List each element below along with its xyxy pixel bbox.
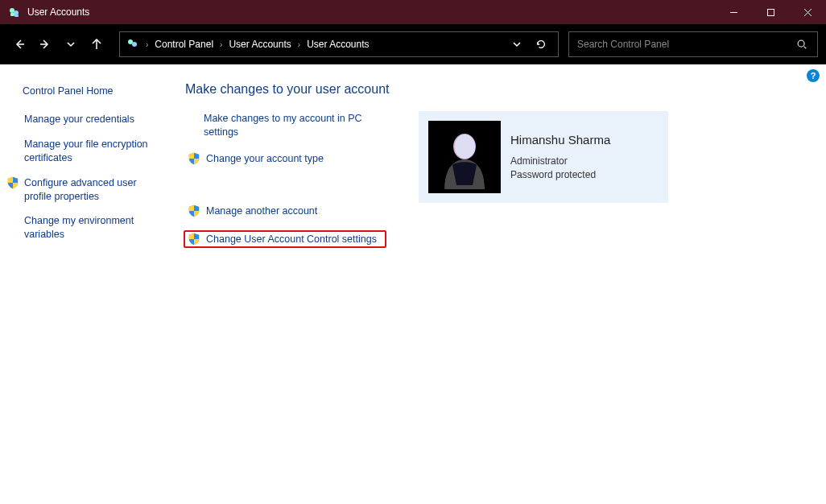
task-label: Change your account type — [206, 152, 324, 166]
forward-button[interactable] — [34, 31, 56, 57]
user-status: Password protected — [510, 168, 610, 182]
recent-dropdown[interactable] — [60, 31, 82, 57]
sidebar-item-profile-properties[interactable]: Configure advanced user profile properti… — [23, 176, 158, 204]
svg-point-0 — [10, 8, 14, 13]
shield-icon — [6, 176, 19, 204]
sidebar-item-label: Manage your file encryption certificates — [24, 138, 158, 165]
svg-point-11 — [128, 39, 133, 44]
sidebar-item-encryption[interactable]: Manage your file encryption certificates — [23, 138, 158, 165]
chevron-right-icon[interactable]: › — [142, 40, 151, 49]
search-box[interactable] — [568, 31, 818, 57]
shield-icon — [188, 204, 200, 217]
svg-rect-5 — [767, 9, 774, 15]
search-icon[interactable] — [795, 39, 809, 50]
svg-rect-2 — [10, 13, 14, 16]
shield-icon — [188, 233, 200, 246]
svg-rect-3 — [14, 14, 19, 17]
task-label: Manage another account — [206, 204, 317, 218]
task-change-account-type[interactable]: Change your account type — [185, 151, 386, 167]
sidebar: Control Panel Home Manage your credentia… — [0, 64, 169, 504]
sidebar-item-label: Configure advanced user profile properti… — [24, 176, 158, 204]
sidebar-item-credentials[interactable]: Manage your credentials — [23, 113, 158, 126]
app-icon — [8, 6, 21, 19]
address-dropdown[interactable] — [506, 34, 527, 55]
user-role: Administrator — [510, 155, 610, 168]
control-panel-home-link[interactable]: Control Panel Home — [23, 85, 158, 97]
content-area: ? Control Panel Home Manage your credent… — [0, 64, 826, 504]
task-pc-settings[interactable]: Make changes to my account in PC setting… — [185, 111, 386, 140]
user-info: Himanshu Sharma Administrator Password p… — [510, 133, 610, 182]
refresh-button[interactable] — [531, 34, 551, 55]
page-heading: Make changes to your user account — [185, 82, 810, 97]
address-icon — [126, 37, 139, 52]
task-label: Make changes to my account in PC setting… — [204, 112, 384, 139]
sidebar-item-label: Manage your credentials — [24, 113, 158, 126]
avatar — [428, 121, 501, 193]
navbar: › Control Panel › User Accounts › User A… — [0, 24, 826, 64]
main-panel: Make changes to your user account Make c… — [169, 64, 826, 504]
maximize-button[interactable] — [752, 0, 789, 24]
close-button[interactable] — [789, 0, 826, 24]
sidebar-item-label: Change my environment variables — [24, 214, 158, 242]
shield-icon — [188, 152, 200, 165]
user-name: Himanshu Sharma — [510, 133, 610, 147]
task-label: Change User Account Control settings — [206, 233, 377, 246]
breadcrumb-item[interactable]: User Accounts — [307, 39, 369, 50]
chevron-right-icon[interactable]: › — [295, 40, 304, 49]
breadcrumb-item[interactable]: User Accounts — [229, 39, 291, 50]
search-input[interactable] — [577, 39, 795, 50]
svg-point-12 — [132, 42, 137, 47]
sidebar-item-environment-vars[interactable]: Change my environment variables — [23, 214, 158, 242]
task-change-uac-settings[interactable]: Change User Account Control settings — [184, 230, 386, 249]
up-button[interactable] — [85, 31, 108, 57]
chevron-right-icon[interactable]: › — [217, 40, 225, 49]
minimize-button[interactable] — [715, 0, 752, 24]
user-card: Himanshu Sharma Administrator Password p… — [419, 111, 668, 203]
svg-line-14 — [804, 47, 807, 49]
svg-point-13 — [798, 40, 804, 47]
titlebar: User Accounts — [0, 0, 826, 24]
back-button[interactable] — [8, 31, 31, 57]
address-bar[interactable]: › Control Panel › User Accounts › User A… — [119, 31, 559, 57]
window-title: User Accounts — [27, 6, 89, 18]
task-list: Make changes to my account in PC setting… — [185, 111, 386, 259]
breadcrumb-item[interactable]: Control Panel — [155, 39, 213, 50]
task-manage-another-account[interactable]: Manage another account — [185, 204, 386, 219]
